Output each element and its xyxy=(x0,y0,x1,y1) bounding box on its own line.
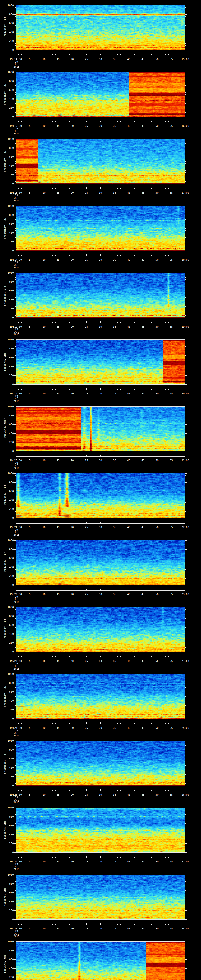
y-tick-label: 800 xyxy=(3,146,14,150)
y-tick-mark xyxy=(15,74,16,75)
date-label: 2015 xyxy=(9,199,24,202)
spectrogram-canvas xyxy=(16,340,185,384)
end-time-label: 17:00 xyxy=(177,191,193,194)
x-tick-mark xyxy=(154,389,155,390)
y-tick-mark xyxy=(15,37,16,37)
x-tick-mark xyxy=(24,924,24,925)
y-tick-mark-right xyxy=(185,910,187,911)
x-tick-label: 10 xyxy=(40,793,48,796)
x-tick-mark xyxy=(163,54,163,55)
x-tick-label: 45 xyxy=(139,526,147,528)
x-tick-mark xyxy=(109,188,109,189)
x-tick-label: 10 xyxy=(40,860,48,863)
x-tick-label: 50 xyxy=(153,191,161,194)
x-tick-mark xyxy=(117,456,118,457)
x-tick-mark xyxy=(24,723,24,724)
y-tick-label: 600 xyxy=(3,557,14,560)
x-tick-label: 15 xyxy=(54,392,62,395)
x-tick-mark xyxy=(27,255,27,256)
x-tick-mark xyxy=(35,188,36,189)
y-tick-mark-right xyxy=(185,117,187,117)
end-time-label: 24:00 xyxy=(177,660,193,662)
x-tick-mark xyxy=(134,121,135,122)
y-tick-mark-right xyxy=(185,415,187,416)
y-tick-label: 1000 xyxy=(3,338,14,341)
x-tick-mark xyxy=(120,456,121,457)
x-tick-mark xyxy=(117,54,118,55)
y-tick-label: 0 xyxy=(3,784,14,787)
y-axis-title: Frequency (Hz) xyxy=(3,406,6,452)
x-tick-label: 25 xyxy=(83,459,90,462)
y-axis-title: Frequency (Hz) xyxy=(3,473,6,518)
x-tick-label: 5 xyxy=(26,927,34,930)
x-tick-mark xyxy=(24,656,24,657)
end-time-label: 16:00 xyxy=(177,124,193,127)
x-tick-label: 45 xyxy=(139,860,147,863)
x-tick-mark xyxy=(49,456,50,457)
spectrogram-canvas xyxy=(16,540,185,585)
x-tick-mark xyxy=(123,523,123,523)
y-tick-label: 400 xyxy=(3,766,14,769)
y-tick-mark-right xyxy=(185,763,186,764)
x-tick-mark xyxy=(168,523,169,523)
y-tick-mark xyxy=(15,690,16,690)
x-tick-mark xyxy=(157,388,157,390)
x-tick-label: 40 xyxy=(125,191,133,194)
x-tick-mark xyxy=(100,589,101,590)
x-tick-mark xyxy=(21,723,22,724)
x-tick-mark xyxy=(120,723,121,724)
spectrogram-plot-frame xyxy=(16,339,185,385)
x-tick-mark xyxy=(131,389,132,390)
x-tick-mark xyxy=(16,522,16,523)
y-tick-label: 600 xyxy=(3,22,14,24)
y-tick-label: 1000 xyxy=(3,673,14,675)
y-tick-mark-right xyxy=(185,366,187,367)
y-tick-mark xyxy=(15,112,16,113)
x-tick-mark xyxy=(131,456,132,457)
x-tick-label: 20 xyxy=(68,526,76,528)
y-tick-label: 400 xyxy=(3,566,14,569)
x-tick-label: 5 xyxy=(26,392,34,395)
x-tick-mark xyxy=(129,722,129,724)
x-tick-mark xyxy=(143,589,143,590)
y-tick-mark-right xyxy=(185,76,186,77)
x-tick-mark xyxy=(163,255,163,256)
x-tick-label: 30 xyxy=(97,124,104,127)
y-tick-mark xyxy=(15,583,16,583)
x-tick-mark xyxy=(55,255,56,256)
x-tick-mark xyxy=(137,121,137,122)
y-tick-mark-right xyxy=(185,291,187,291)
x-tick-mark xyxy=(154,54,155,55)
x-tick-mark xyxy=(21,590,22,590)
x-tick-mark xyxy=(100,54,101,55)
x-tick-mark xyxy=(126,255,126,256)
y-tick-mark xyxy=(15,30,16,30)
x-tick-label: 50 xyxy=(153,927,161,930)
x-tick-mark xyxy=(129,522,129,523)
x-tick-label: 55 xyxy=(167,526,175,528)
y-tick-mark-right xyxy=(185,21,186,21)
y-tick-mark xyxy=(15,177,16,177)
y-tick-label: 800 xyxy=(3,347,14,350)
spectrogram-canvas xyxy=(16,674,185,719)
y-tick-mark-right xyxy=(185,719,187,719)
x-tick-label: 5 xyxy=(26,793,34,796)
x-tick-mark xyxy=(163,188,163,189)
x-tick-mark xyxy=(41,456,41,457)
x-tick-mark xyxy=(95,188,95,189)
x-tick-mark xyxy=(168,857,169,858)
x-tick-mark xyxy=(120,389,121,390)
x-tick-label: 55 xyxy=(167,927,175,930)
x-tick-mark xyxy=(115,522,115,523)
x-tick-label: 40 xyxy=(125,392,133,395)
x-tick-mark xyxy=(140,656,140,657)
x-tick-mark xyxy=(49,255,50,256)
date-label: 2015 xyxy=(9,132,24,135)
x-tick-mark xyxy=(35,121,36,122)
y-tick-mark xyxy=(14,424,16,425)
y-tick-mark xyxy=(15,97,16,97)
x-tick-label: 55 xyxy=(167,258,175,261)
y-tick-label: 200 xyxy=(3,106,14,109)
x-tick-mark xyxy=(27,322,27,323)
y-tick-mark-right xyxy=(185,549,187,550)
